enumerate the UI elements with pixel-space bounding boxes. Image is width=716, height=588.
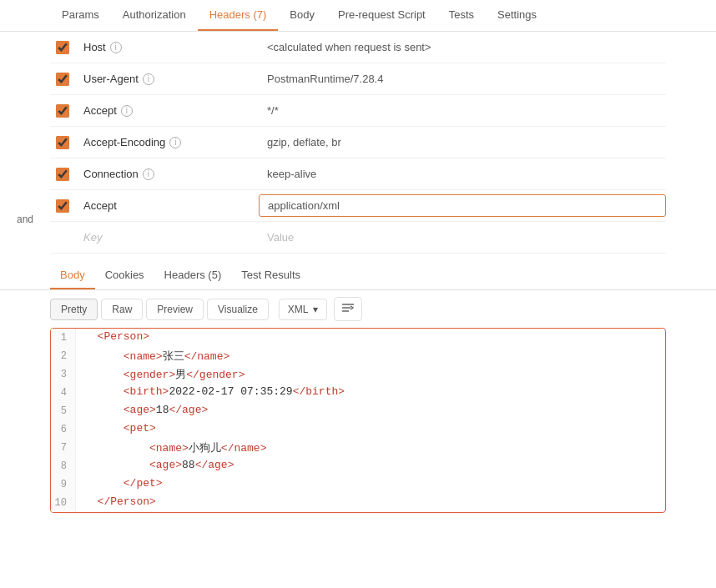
user-agent-value: PostmanRuntime/7.28.4	[259, 66, 666, 92]
line-number: 9	[51, 475, 76, 494]
response-headers-label: Headers (5)	[164, 269, 222, 281]
header-row-accept-1: Accept i */*	[50, 95, 666, 127]
line-number: 10	[51, 494, 76, 512]
line-number: 5	[51, 402, 76, 420]
header-row-user-agent: User-Agent i PostmanRuntime/7.28.4	[50, 63, 666, 95]
line-number: 4	[51, 384, 76, 402]
accept1-key-label: Accept	[83, 104, 117, 117]
host-key-label: Host	[83, 41, 106, 53]
xml-close-tag: </age>	[169, 404, 208, 416]
tab-response-headers[interactable]: Headers (5)	[154, 262, 232, 289]
connection-key-label: Connection	[83, 168, 139, 180]
tab-settings[interactable]: Settings	[486, 0, 548, 31]
connection-checkbox[interactable]	[56, 168, 69, 181]
response-tabs: Body Cookies Headers (5) Test Results	[0, 262, 716, 290]
line-content: <pet>	[76, 420, 665, 439]
xml-open-tag: <pet>	[124, 422, 156, 435]
format-pretty-button[interactable]: Pretty	[50, 299, 98, 320]
xml-open-tag: <gender>	[124, 369, 175, 381]
xml-close-tag: </name>	[184, 350, 230, 363]
line-content: <age>88</age>	[76, 457, 665, 475]
value-placeholder: Value	[267, 231, 294, 244]
line-number: 2	[51, 347, 76, 365]
header-row-accept-xml: Accept application/xml	[50, 190, 666, 222]
xml-open-tag: <name>	[124, 350, 163, 363]
xml-text: 男	[175, 369, 186, 381]
code-line-6: 6 <pet>	[51, 420, 665, 439]
line-number: 6	[51, 420, 76, 439]
xml-open-tag: <age>	[124, 404, 156, 416]
accept-encoding-checkbox[interactable]	[56, 136, 69, 149]
empty-key[interactable]: Key	[75, 224, 259, 250]
line-content: <name>小狗儿</name>	[76, 439, 665, 457]
accept-xml-value[interactable]: application/xml	[259, 194, 666, 217]
line-content: <age>18</age>	[76, 402, 665, 420]
host-info-icon[interactable]: i	[110, 42, 122, 53]
line-content: <gender>男</gender>	[76, 365, 665, 384]
format-bar: Pretty Raw Preview Visualize XML ▾	[0, 290, 716, 328]
user-agent-info-icon[interactable]: i	[143, 73, 154, 85]
accept1-key: Accept i	[75, 98, 259, 123]
user-agent-checkbox[interactable]	[56, 73, 69, 86]
xml-text: 88	[182, 459, 195, 471]
accept1-value: */*	[259, 98, 666, 123]
code-line-9: 9 </pet>	[51, 475, 665, 494]
connection-key: Connection i	[75, 161, 259, 187]
line-number: 1	[51, 329, 76, 347]
word-wrap-button[interactable]	[334, 297, 362, 321]
code-line-10: 10 </Person>	[51, 494, 665, 512]
host-checkbox[interactable]	[56, 41, 69, 54]
empty-value[interactable]: Value	[259, 224, 666, 250]
tab-response-body[interactable]: Body	[50, 262, 95, 289]
line-content: <birth>2022-02-17 07:35:29</birth>	[76, 384, 665, 402]
xml-close-tag: </name>	[221, 442, 267, 455]
xml-text: 18	[156, 404, 169, 416]
accept-encoding-key: Accept-Encoding i	[75, 129, 259, 155]
code-line-5: 5 <age>18</age>	[51, 402, 665, 420]
accept-xml-key: Accept	[75, 193, 259, 219]
format-select-label: XML	[288, 304, 309, 315]
xml-close-tag: </gender>	[186, 369, 245, 381]
header-row-accept-encoding: Accept-Encoding i gzip, deflate, br	[50, 127, 666, 158]
accept-xml-key-label: Accept	[83, 199, 117, 212]
accept-encoding-key-label: Accept-Encoding	[83, 136, 165, 148]
header-row-connection: Connection i keep-alive	[50, 158, 666, 190]
key-placeholder: Key	[83, 231, 102, 244]
tab-body[interactable]: Body	[278, 0, 326, 31]
xml-text: 2022-02-17 07:35:29	[169, 385, 292, 398]
host-value: <calculated when request is sent>	[259, 34, 666, 60]
tab-authorization[interactable]: Authorization	[111, 0, 198, 31]
format-preview-button[interactable]: Preview	[146, 299, 204, 320]
format-select[interactable]: XML ▾	[279, 299, 327, 320]
accept1-checkbox[interactable]	[56, 104, 69, 118]
user-agent-key: User-Agent i	[75, 66, 259, 92]
word-wrap-icon	[341, 302, 355, 314]
accept-encoding-info-icon[interactable]: i	[169, 137, 181, 148]
xml-code-block: 1 <Person> 2 <name>张三</name> 3 <gender>男…	[50, 328, 666, 513]
headers-table: Host i <calculated when request is sent>…	[0, 32, 716, 254]
tab-tests[interactable]: Tests	[437, 0, 486, 31]
format-raw-button[interactable]: Raw	[101, 299, 143, 320]
line-content: </Person>	[76, 494, 665, 512]
chevron-down-icon: ▾	[313, 304, 318, 315]
tab-pre-request-script[interactable]: Pre-request Script	[326, 0, 437, 31]
xml-close-tag: </age>	[195, 459, 234, 471]
tab-cookies[interactable]: Cookies	[95, 262, 154, 289]
xml-text: 小狗儿	[189, 442, 221, 455]
format-visualize-button[interactable]: Visualize	[207, 299, 269, 320]
host-key: Host i	[75, 34, 259, 60]
line-number: 7	[51, 439, 76, 457]
connection-info-icon[interactable]: i	[143, 168, 154, 180]
xml-open-tag: <name>	[149, 442, 189, 455]
tab-test-results[interactable]: Test Results	[231, 262, 310, 289]
xml-text: 张三	[163, 350, 184, 363]
connection-value: keep-alive	[259, 161, 666, 187]
code-line-4: 4 <birth>2022-02-17 07:35:29</birth>	[51, 384, 665, 402]
xml-close-tag: </birth>	[293, 385, 345, 398]
accept-xml-checkbox[interactable]	[56, 199, 69, 213]
accept1-info-icon[interactable]: i	[121, 105, 133, 117]
tab-headers[interactable]: Headers (7)	[198, 0, 279, 31]
line-number: 8	[51, 457, 76, 475]
request-tabs: Params Authorization Headers (7) Body Pr…	[0, 0, 716, 32]
tab-params[interactable]: Params	[50, 0, 111, 31]
